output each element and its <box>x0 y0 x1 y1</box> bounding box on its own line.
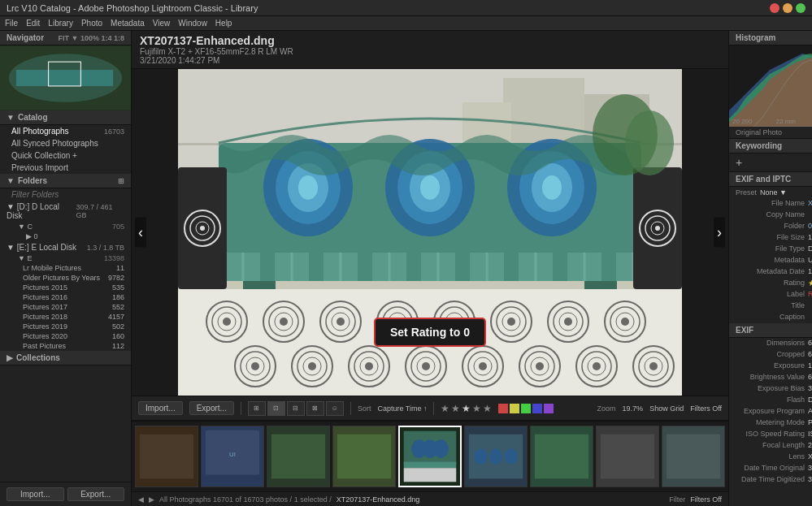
filmstrip-thumb-2[interactable]: UI <box>201 426 264 487</box>
filmstrip-thumb-6[interactable] <box>464 426 528 487</box>
loupe-view-button[interactable]: ⊡ <box>267 401 285 416</box>
exif-header[interactable]: EXIF <box>729 323 812 338</box>
collections-header[interactable]: ▶ Collections <box>0 351 131 365</box>
menu-library[interactable]: Library <box>48 19 73 28</box>
color-blue[interactable] <box>532 404 542 413</box>
menu-file[interactable]: File <box>5 19 18 28</box>
bottom-toolbar: Import... Export... ⊞ ⊡ ⊟ ⊠ ☺ Sort Captu… <box>132 396 728 420</box>
preset-value[interactable]: None ▼ <box>760 188 787 197</box>
older-pictures-folder[interactable]: Older Pictures By Years 9782 <box>0 273 131 283</box>
menu-view[interactable]: View <box>153 19 171 28</box>
filters-off-status[interactable]: Filters Off <box>690 495 722 504</box>
minimize-button[interactable] <box>783 3 792 13</box>
filmstrip-thumb-1[interactable] <box>135 426 198 487</box>
past-pictures-folder[interactable]: Past Pictures 112 <box>0 341 131 351</box>
navigator-header[interactable]: Navigator FIT ▼ 100% 1:4 1:8 <box>0 31 131 45</box>
star-1[interactable]: ★ <box>441 403 449 414</box>
star-2[interactable]: ★ <box>451 403 460 414</box>
folders-header[interactable]: ▼ Folders ⊞ <box>0 174 131 188</box>
all-photographs-item[interactable]: All Photographs 16703 <box>0 125 131 137</box>
caption-value[interactable] <box>808 313 812 322</box>
filmstrip-thumb-3[interactable] <box>267 426 330 487</box>
star-3[interactable]: ★ <box>462 403 471 414</box>
zoom-value[interactable]: 19.7% <box>623 404 644 413</box>
pictures-2016-folder[interactable]: Pictures 2016 186 <box>0 292 131 302</box>
pictures-2020-folder[interactable]: Pictures 2020 160 <box>0 331 131 341</box>
d-c-folder[interactable]: ▼ C 705 <box>0 222 131 231</box>
previous-import-item[interactable]: Previous Import <box>0 162 131 174</box>
pictures-2015-folder[interactable]: Pictures 2015 535 <box>0 283 131 292</box>
d-drive-item[interactable]: ▼ [D:] D Local Disk 309.7 / 461 GB <box>0 201 131 222</box>
brightness-row: Brightness Value 6.70 <box>729 372 812 383</box>
import-bottom-button[interactable]: Import... <box>138 401 183 415</box>
star-4[interactable]: ★ <box>472 403 481 414</box>
close-button[interactable] <box>770 3 779 13</box>
filter-folders-icon[interactable]: ⊞ <box>118 177 124 185</box>
menu-window[interactable]: Window <box>178 19 207 28</box>
filename-value[interactable]: XT207137-Enhanced.dng <box>808 199 812 209</box>
metadata-status-value: Up to date <box>808 256 812 266</box>
pictures-2017-folder[interactable]: Pictures 2017 552 <box>0 302 131 312</box>
lr-mobile-folder[interactable]: Lr Mobile Pictures 11 <box>0 263 131 273</box>
svg-point-98 <box>479 362 487 370</box>
filter-folders-item[interactable]: Filter Folders <box>0 188 131 201</box>
d-0-folder[interactable]: ▶ 0 <box>0 231 131 241</box>
title-value[interactable] <box>808 301 812 311</box>
nav-prev-button[interactable]: ◀ <box>138 495 144 504</box>
import-button[interactable]: Import... <box>7 487 64 501</box>
e-root-folder[interactable]: ▼ E 13398 <box>0 253 131 263</box>
color-yellow[interactable] <box>510 404 519 413</box>
sort-value[interactable]: Capture Time ↑ <box>377 404 427 413</box>
lens-value: XF16-55mmF2.8 R LM WR <box>808 452 812 462</box>
copyname-value[interactable] <box>808 210 812 220</box>
filmstrip-thumb-4[interactable] <box>332 426 396 487</box>
show-grid-toggle[interactable]: Show Grid <box>649 404 684 413</box>
color-red[interactable] <box>498 404 508 413</box>
quick-collection-item[interactable]: Quick Collection + <box>0 149 131 162</box>
menu-edit[interactable]: Edit <box>26 19 40 28</box>
preset-label: Preset <box>736 188 757 197</box>
filmstrip-thumb-7[interactable] <box>530 426 593 487</box>
filmstrip-thumb-8[interactable] <box>596 426 659 487</box>
all-synced-item[interactable]: All Synced Photographs <box>0 137 131 149</box>
export-bottom-button[interactable]: Export... <box>189 401 234 415</box>
nav-next-button[interactable]: ▶ <box>149 495 154 504</box>
folder-value[interactable]: 0321 <box>808 222 812 231</box>
survey-view-button[interactable]: ⊠ <box>306 401 324 416</box>
star-5[interactable]: ★ <box>483 403 492 414</box>
export-button[interactable]: Export... <box>67 487 125 501</box>
maximize-button[interactable] <box>796 3 805 13</box>
svg-point-106 <box>593 362 601 370</box>
exposure-row: Exposure 1/500 sec at f / 2.8 <box>729 361 812 372</box>
prev-photo-button[interactable]: ‹ <box>135 218 146 248</box>
rating-stars-value[interactable]: ★ ★ ☆ — — <box>808 279 812 288</box>
menu-photo[interactable]: Photo <box>81 19 102 28</box>
filmstrip-thumb-9[interactable] <box>662 426 725 487</box>
menu-metadata[interactable]: Metadata <box>111 19 145 28</box>
menu-help[interactable]: Help <box>215 19 232 28</box>
color-purple[interactable] <box>544 404 554 413</box>
filmstrip-thumb-bench-active[interactable] <box>398 426 462 487</box>
svg-point-143 <box>505 448 518 464</box>
grid-view-button[interactable]: ⊞ <box>248 401 266 416</box>
color-green[interactable] <box>521 404 531 413</box>
svg-rect-124 <box>140 435 193 479</box>
add-keyword-icon[interactable]: + <box>736 156 742 169</box>
filter-status[interactable]: Filters Off <box>690 404 722 413</box>
svg-rect-145 <box>535 435 588 479</box>
metadata-header[interactable]: EXIF and IPTC Metadata <box>729 172 812 187</box>
catalog-header[interactable]: ▼ Catalog <box>0 110 131 125</box>
label-value[interactable]: Red <box>808 290 812 300</box>
pictures-2018-folder[interactable]: Pictures 2018 4157 <box>0 312 131 322</box>
next-photo-button[interactable]: › <box>714 218 725 248</box>
compare-view-button[interactable]: ⊟ <box>287 401 305 416</box>
dimensions-label: Dimensions <box>736 339 805 348</box>
rating-stars: ★ ★ ★ ★ ★ <box>441 403 492 414</box>
original-photo-row[interactable]: Original Photo <box>729 127 812 139</box>
e-drive-item[interactable]: ▼ [E:] E Local Disk 1.3 / 1.8 TB <box>0 241 131 253</box>
keywording-header[interactable]: Keywording Keyword List <box>729 139 812 154</box>
pictures-2019-folder[interactable]: Pictures 2019 502 <box>0 322 131 331</box>
histogram-header[interactable]: Histogram <box>729 31 812 45</box>
photo-viewport[interactable]: ‹ › Set Rating to 0 <box>132 69 728 396</box>
people-view-button[interactable]: ☺ <box>326 401 344 416</box>
